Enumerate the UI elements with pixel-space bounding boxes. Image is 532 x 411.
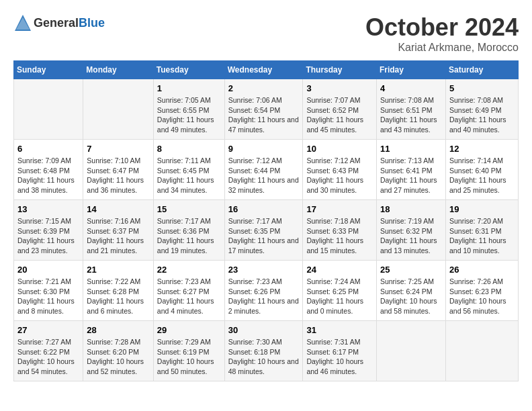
calendar-cell: 5Sunrise: 7:08 AM Sunset: 6:49 PM Daylig… <box>445 79 518 140</box>
header-row: SundayMondayTuesdayWednesdayThursdayFrid… <box>14 61 519 79</box>
calendar-cell: 30Sunrise: 7:30 AM Sunset: 6:18 PM Dayli… <box>224 321 303 381</box>
calendar-title: October 2024 <box>365 13 519 42</box>
day-number: 4 <box>380 83 442 93</box>
calendar-subtitle: Kariat Arkmane, Morocco <box>365 42 519 54</box>
header-cell-monday: Monday <box>83 61 153 79</box>
calendar-cell: 7Sunrise: 7:10 AM Sunset: 6:47 PM Daylig… <box>83 140 153 200</box>
calendar-cell: 24Sunrise: 7:24 AM Sunset: 6:25 PM Dayli… <box>303 261 377 321</box>
day-number: 30 <box>228 325 300 335</box>
day-number: 14 <box>87 204 149 214</box>
day-info: Sunrise: 7:15 AM Sunset: 6:39 PM Dayligh… <box>17 216 79 256</box>
calendar-cell: 19Sunrise: 7:20 AM Sunset: 6:31 PM Dayli… <box>445 200 518 261</box>
calendar-cell <box>83 79 153 140</box>
calendar-cell: 21Sunrise: 7:22 AM Sunset: 6:28 PM Dayli… <box>83 261 153 321</box>
calendar-header: SundayMondayTuesdayWednesdayThursdayFrid… <box>14 61 519 79</box>
day-info: Sunrise: 7:16 AM Sunset: 6:37 PM Dayligh… <box>87 216 149 256</box>
day-number: 20 <box>17 265 79 275</box>
day-number: 17 <box>306 204 373 214</box>
day-info: Sunrise: 7:11 AM Sunset: 6:45 PM Dayligh… <box>157 156 221 195</box>
week-row-5: 27Sunrise: 7:27 AM Sunset: 6:22 PM Dayli… <box>14 321 519 381</box>
calendar-cell: 10Sunrise: 7:12 AM Sunset: 6:43 PM Dayli… <box>303 140 377 200</box>
day-info: Sunrise: 7:14 AM Sunset: 6:40 PM Dayligh… <box>449 156 515 195</box>
day-number: 16 <box>228 204 300 214</box>
day-number: 2 <box>228 83 300 93</box>
day-info: Sunrise: 7:08 AM Sunset: 6:51 PM Dayligh… <box>380 95 442 135</box>
day-info: Sunrise: 7:17 AM Sunset: 6:36 PM Dayligh… <box>157 216 221 256</box>
day-info: Sunrise: 7:07 AM Sunset: 6:52 PM Dayligh… <box>306 95 373 135</box>
day-info: Sunrise: 7:09 AM Sunset: 6:48 PM Dayligh… <box>17 156 79 195</box>
header-cell-thursday: Thursday <box>303 61 377 79</box>
day-info: Sunrise: 7:08 AM Sunset: 6:49 PM Dayligh… <box>449 95 515 135</box>
calendar-cell: 17Sunrise: 7:18 AM Sunset: 6:33 PM Dayli… <box>303 200 377 261</box>
day-info: Sunrise: 7:18 AM Sunset: 6:33 PM Dayligh… <box>306 216 373 256</box>
day-info: Sunrise: 7:26 AM Sunset: 6:23 PM Dayligh… <box>449 277 515 316</box>
day-number: 25 <box>380 265 442 275</box>
day-info: Sunrise: 7:12 AM Sunset: 6:43 PM Dayligh… <box>306 156 373 195</box>
day-info: Sunrise: 7:23 AM Sunset: 6:27 PM Dayligh… <box>157 277 221 316</box>
day-info: Sunrise: 7:30 AM Sunset: 6:18 PM Dayligh… <box>228 337 300 377</box>
calendar-body: 1Sunrise: 7:05 AM Sunset: 6:55 PM Daylig… <box>14 79 519 381</box>
day-number: 22 <box>157 265 221 275</box>
logo-text-general: General <box>34 16 79 30</box>
calendar-cell: 11Sunrise: 7:13 AM Sunset: 6:41 PM Dayli… <box>376 140 445 200</box>
header-cell-saturday: Saturday <box>445 61 518 79</box>
header-cell-tuesday: Tuesday <box>153 61 224 79</box>
day-number: 5 <box>449 83 515 93</box>
calendar-cell: 12Sunrise: 7:14 AM Sunset: 6:40 PM Dayli… <box>445 140 518 200</box>
day-info: Sunrise: 7:12 AM Sunset: 6:44 PM Dayligh… <box>228 156 300 195</box>
calendar-cell: 15Sunrise: 7:17 AM Sunset: 6:36 PM Dayli… <box>153 200 224 261</box>
calendar-cell: 28Sunrise: 7:28 AM Sunset: 6:20 PM Dayli… <box>83 321 153 381</box>
day-number: 26 <box>449 265 515 275</box>
day-info: Sunrise: 7:25 AM Sunset: 6:24 PM Dayligh… <box>380 277 442 316</box>
calendar-cell: 26Sunrise: 7:26 AM Sunset: 6:23 PM Dayli… <box>445 261 518 321</box>
calendar-cell: 2Sunrise: 7:06 AM Sunset: 6:54 PM Daylig… <box>224 79 303 140</box>
day-number: 12 <box>449 144 515 154</box>
day-info: Sunrise: 7:19 AM Sunset: 6:32 PM Dayligh… <box>380 216 442 256</box>
day-number: 8 <box>157 144 221 154</box>
day-info: Sunrise: 7:06 AM Sunset: 6:54 PM Dayligh… <box>228 95 300 135</box>
calendar-cell: 29Sunrise: 7:29 AM Sunset: 6:19 PM Dayli… <box>153 321 224 381</box>
day-number: 9 <box>228 144 300 154</box>
day-info: Sunrise: 7:27 AM Sunset: 6:22 PM Dayligh… <box>17 337 79 377</box>
day-info: Sunrise: 7:17 AM Sunset: 6:35 PM Dayligh… <box>228 216 300 256</box>
calendar-cell: 23Sunrise: 7:23 AM Sunset: 6:26 PM Dayli… <box>224 261 303 321</box>
svg-marker-1 <box>16 17 30 30</box>
calendar-cell: 3Sunrise: 7:07 AM Sunset: 6:52 PM Daylig… <box>303 79 377 140</box>
logo-icon <box>13 13 32 32</box>
day-number: 23 <box>228 265 300 275</box>
header-cell-friday: Friday <box>376 61 445 79</box>
week-row-1: 1Sunrise: 7:05 AM Sunset: 6:55 PM Daylig… <box>14 79 519 140</box>
calendar-cell: 27Sunrise: 7:27 AM Sunset: 6:22 PM Dayli… <box>14 321 83 381</box>
calendar-cell: 4Sunrise: 7:08 AM Sunset: 6:51 PM Daylig… <box>376 79 445 140</box>
week-row-2: 6Sunrise: 7:09 AM Sunset: 6:48 PM Daylig… <box>14 140 519 200</box>
day-number: 18 <box>380 204 442 214</box>
calendar-cell: 6Sunrise: 7:09 AM Sunset: 6:48 PM Daylig… <box>14 140 83 200</box>
day-info: Sunrise: 7:20 AM Sunset: 6:31 PM Dayligh… <box>449 216 515 256</box>
day-info: Sunrise: 7:10 AM Sunset: 6:47 PM Dayligh… <box>87 156 149 195</box>
day-info: Sunrise: 7:28 AM Sunset: 6:20 PM Dayligh… <box>87 337 149 377</box>
day-number: 27 <box>17 325 79 335</box>
day-info: Sunrise: 7:22 AM Sunset: 6:28 PM Dayligh… <box>87 277 149 316</box>
calendar-cell: 13Sunrise: 7:15 AM Sunset: 6:39 PM Dayli… <box>14 200 83 261</box>
day-info: Sunrise: 7:24 AM Sunset: 6:25 PM Dayligh… <box>306 277 373 316</box>
calendar-table: SundayMondayTuesdayWednesdayThursdayFrid… <box>13 60 519 381</box>
day-number: 15 <box>157 204 221 214</box>
title-area: October 2024 Kariat Arkmane, Morocco <box>365 13 519 54</box>
logo-text-blue: Blue <box>79 16 105 30</box>
day-number: 11 <box>380 144 442 154</box>
day-number: 1 <box>157 83 221 93</box>
day-info: Sunrise: 7:23 AM Sunset: 6:26 PM Dayligh… <box>228 277 300 316</box>
calendar-cell: 22Sunrise: 7:23 AM Sunset: 6:27 PM Dayli… <box>153 261 224 321</box>
day-number: 28 <box>87 325 149 335</box>
day-number: 10 <box>306 144 373 154</box>
day-info: Sunrise: 7:21 AM Sunset: 6:30 PM Dayligh… <box>17 277 79 316</box>
header: GeneralBlue October 2024 Kariat Arkmane,… <box>13 13 519 54</box>
calendar-cell: 20Sunrise: 7:21 AM Sunset: 6:30 PM Dayli… <box>14 261 83 321</box>
day-number: 24 <box>306 265 373 275</box>
day-info: Sunrise: 7:13 AM Sunset: 6:41 PM Dayligh… <box>380 156 442 195</box>
day-number: 29 <box>157 325 221 335</box>
calendar-cell <box>376 321 445 381</box>
calendar-cell <box>14 79 83 140</box>
day-number: 21 <box>87 265 149 275</box>
day-number: 3 <box>306 83 373 93</box>
